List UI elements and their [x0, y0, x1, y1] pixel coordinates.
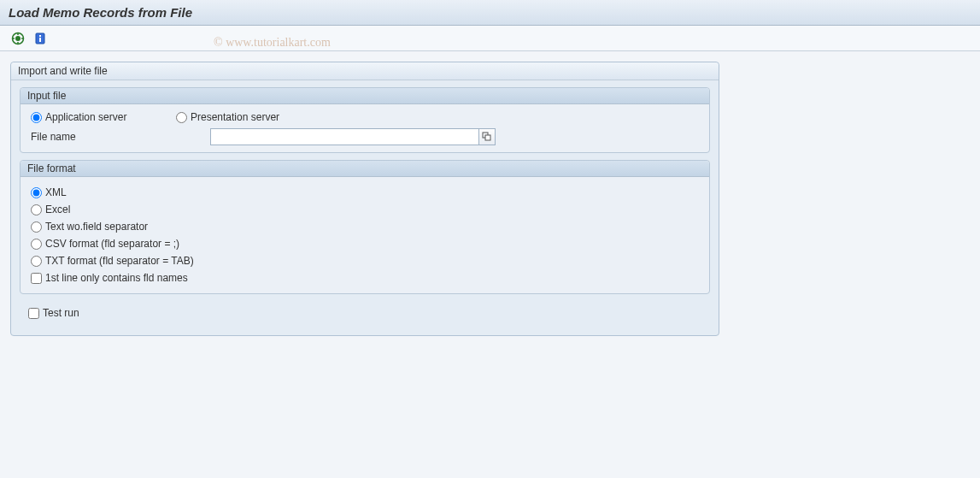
svg-rect-10	[485, 135, 490, 140]
info-button[interactable]	[31, 29, 50, 48]
radio-csv[interactable]	[31, 239, 42, 250]
radio-text-wo[interactable]	[31, 221, 42, 233]
import-write-panel: Import and write file Input file Applica…	[10, 62, 719, 336]
checkbox-test-run-label: Test run	[43, 307, 79, 319]
title-bar: Load Memo Records from File	[0, 0, 980, 26]
radio-excel[interactable]	[31, 204, 42, 215]
toolbar	[0, 26, 980, 51]
file-name-input[interactable]	[210, 128, 479, 145]
radio-txt-tab[interactable]	[31, 256, 42, 267]
radio-csv-label: CSV format (fld separator = ;)	[45, 238, 179, 250]
radio-app-server[interactable]	[31, 112, 42, 123]
svg-rect-8	[39, 38, 41, 42]
radio-pres-server[interactable]	[176, 112, 187, 123]
execute-button[interactable]	[9, 29, 27, 48]
content-area: Import and write file Input file Applica…	[0, 51, 980, 478]
checkbox-first-line-label: 1st line only contains fld names	[45, 272, 188, 284]
radio-xml[interactable]	[31, 187, 42, 198]
radio-text-wo-label: Text wo.field separator	[45, 221, 148, 233]
input-file-group: Input file Application server Presentati…	[20, 87, 710, 153]
file-format-group: File format XML Excel Text wo.field sepa…	[20, 160, 710, 294]
radio-xml-label: XML	[45, 186, 67, 198]
svg-point-1	[15, 36, 21, 41]
checkbox-first-line[interactable]	[31, 273, 42, 284]
input-file-title: Input file	[21, 88, 709, 104]
radio-txt-tab-label: TXT format (fld separator = TAB)	[45, 255, 194, 267]
svg-rect-7	[39, 35, 41, 37]
file-format-title: File format	[21, 161, 709, 177]
checkbox-test-run[interactable]	[28, 308, 39, 319]
radio-pres-server-label: Presentation server	[191, 111, 279, 123]
panel-title: Import and write file	[11, 62, 719, 80]
radio-app-server-label: Application server	[45, 111, 126, 123]
page-title: Load Memo Records from File	[9, 5, 192, 20]
file-name-f4-button[interactable]	[478, 128, 496, 145]
file-name-label: File name	[31, 131, 210, 143]
radio-excel-label: Excel	[45, 204, 70, 215]
